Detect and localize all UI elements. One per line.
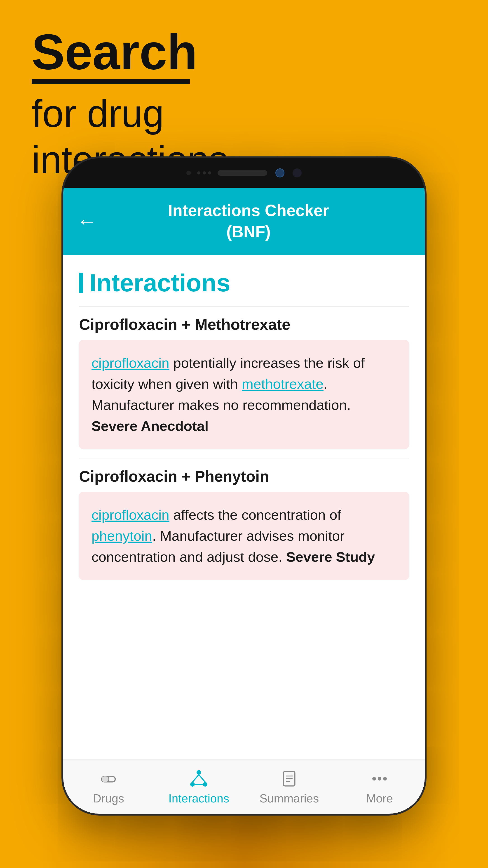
drug-link-phenytoin[interactable]: phenytoin xyxy=(92,528,152,544)
tab-summaries-label: Summaries xyxy=(260,792,319,805)
notch-right-sensor xyxy=(293,168,302,178)
notch-element xyxy=(186,170,191,175)
svg-point-15 xyxy=(383,777,387,780)
interaction-text-2: ciprofloxacin affects the concentration … xyxy=(92,504,396,567)
notch-speaker xyxy=(218,170,267,176)
svg-point-4 xyxy=(190,782,195,786)
app-content: Interactions Ciprofloxacin + Methotrexat… xyxy=(63,255,425,760)
severity-1: Severe Anecdotal xyxy=(92,418,208,434)
tab-summaries[interactable]: Summaries xyxy=(244,769,334,805)
divider-2 xyxy=(79,458,409,458)
section-title: Interactions xyxy=(90,268,230,297)
svg-point-3 xyxy=(197,770,201,775)
svg-line-7 xyxy=(199,775,205,782)
notch-sensors xyxy=(197,171,211,175)
phone-notch xyxy=(63,158,425,188)
tab-bar: Drugs Int xyxy=(63,760,425,814)
pair-title-2: Ciprofloxacin + Phenytoin xyxy=(79,467,409,485)
phone-frame: ← Interactions Checker (BNF) Interaction… xyxy=(63,158,425,814)
svg-rect-2 xyxy=(102,776,108,782)
tab-interactions[interactable]: Interactions xyxy=(154,769,244,805)
app-title: Interactions Checker (BNF) xyxy=(106,200,391,242)
phone-wrapper: ← Interactions Checker (BNF) Interaction… xyxy=(63,158,425,814)
interactions-icon xyxy=(189,769,209,789)
front-camera xyxy=(275,168,285,178)
tab-drugs[interactable]: Drugs xyxy=(63,769,154,805)
app-header: ← Interactions Checker (BNF) xyxy=(63,188,425,255)
tab-more[interactable]: More xyxy=(334,769,425,805)
drugs-icon xyxy=(98,769,119,789)
tab-more-label: More xyxy=(366,792,393,805)
svg-point-13 xyxy=(372,777,376,780)
severity-2: Severe Study xyxy=(286,549,375,565)
svg-point-5 xyxy=(203,782,207,786)
tab-drugs-label: Drugs xyxy=(93,792,124,805)
pair-title-1: Ciprofloxacin + Methotrexate xyxy=(79,315,409,333)
drug-link-methotrexate[interactable]: methotrexate xyxy=(242,376,324,392)
summaries-icon xyxy=(279,769,299,789)
tab-interactions-label: Interactions xyxy=(168,792,229,805)
interaction-card-2: ciprofloxacin affects the concentration … xyxy=(79,492,409,580)
drug-link-ciprofloxacin-2[interactable]: ciprofloxacin xyxy=(92,507,169,523)
heading-bar xyxy=(79,273,83,293)
divider-1 xyxy=(79,306,409,307)
interaction-card-1: ciprofloxacin potentially increases the … xyxy=(79,340,409,449)
drug-link-ciprofloxacin-1[interactable]: ciprofloxacin xyxy=(92,355,169,371)
svg-line-6 xyxy=(193,775,199,782)
phone-screen: ← Interactions Checker (BNF) Interaction… xyxy=(63,188,425,814)
interaction-text-1: ciprofloxacin potentially increases the … xyxy=(92,352,396,436)
svg-point-14 xyxy=(378,777,381,780)
section-heading: Interactions xyxy=(79,268,409,297)
search-heading: Search xyxy=(32,27,228,84)
more-icon xyxy=(369,769,390,789)
back-button[interactable]: ← xyxy=(77,210,97,233)
